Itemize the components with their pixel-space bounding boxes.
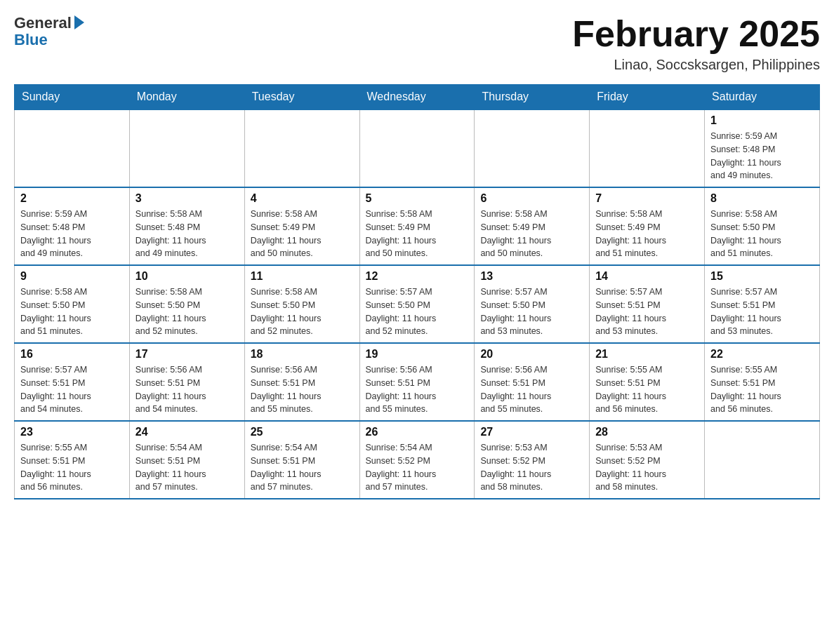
day-info: Sunrise: 5:58 AM Sunset: 5:50 PM Dayligh… [135,286,239,338]
day-number: 12 [366,270,469,283]
calendar-week-row: 9Sunrise: 5:58 AM Sunset: 5:50 PM Daylig… [15,265,820,343]
calendar-week-row: 23Sunrise: 5:55 AM Sunset: 5:51 PM Dayli… [15,421,820,499]
day-number: 13 [480,270,583,283]
logo-arrow-icon [74,15,84,29]
calendar-cell: 23Sunrise: 5:55 AM Sunset: 5:51 PM Dayli… [15,421,130,499]
day-info: Sunrise: 5:53 AM Sunset: 5:52 PM Dayligh… [480,441,583,494]
page-header: General Blue February 2025 Linao, Soccsk… [14,14,820,73]
calendar-cell: 12Sunrise: 5:57 AM Sunset: 5:50 PM Dayli… [359,265,475,343]
day-number: 20 [480,348,583,361]
day-number: 7 [595,192,699,205]
day-of-week-header: Sunday [15,85,130,110]
day-info: Sunrise: 5:57 AM Sunset: 5:51 PM Dayligh… [20,363,124,416]
day-number: 23 [20,426,124,438]
logo-blue-text: Blue [14,31,48,49]
calendar-cell [15,109,130,187]
day-info: Sunrise: 5:57 AM Sunset: 5:50 PM Dayligh… [480,286,583,338]
day-info: Sunrise: 5:59 AM Sunset: 5:48 PM Dayligh… [710,130,814,182]
day-number: 14 [595,270,699,283]
day-of-week-header: Thursday [475,85,590,110]
day-info: Sunrise: 5:57 AM Sunset: 5:51 PM Dayligh… [710,286,814,338]
calendar-cell: 8Sunrise: 5:58 AM Sunset: 5:50 PM Daylig… [705,187,820,265]
calendar-cell: 9Sunrise: 5:58 AM Sunset: 5:50 PM Daylig… [15,265,130,343]
calendar-cell [475,109,590,187]
day-number: 28 [595,426,699,438]
day-info: Sunrise: 5:57 AM Sunset: 5:51 PM Dayligh… [595,286,699,338]
calendar-week-row: 16Sunrise: 5:57 AM Sunset: 5:51 PM Dayli… [15,343,820,421]
day-number: 15 [710,270,814,283]
calendar-cell: 21Sunrise: 5:55 AM Sunset: 5:51 PM Dayli… [590,343,705,421]
day-info: Sunrise: 5:54 AM Sunset: 5:51 PM Dayligh… [251,441,354,494]
day-number: 24 [135,426,239,438]
calendar-header-row: SundayMondayTuesdayWednesdayThursdayFrid… [15,85,820,110]
day-number: 9 [20,270,124,283]
day-info: Sunrise: 5:58 AM Sunset: 5:49 PM Dayligh… [480,208,583,260]
calendar-cell: 4Sunrise: 5:58 AM Sunset: 5:49 PM Daylig… [244,187,359,265]
calendar-cell [129,109,244,187]
day-info: Sunrise: 5:59 AM Sunset: 5:48 PM Dayligh… [20,208,124,260]
logo: General Blue [14,14,84,49]
day-of-week-header: Wednesday [359,85,475,110]
day-of-week-header: Monday [129,85,244,110]
calendar-cell: 28Sunrise: 5:53 AM Sunset: 5:52 PM Dayli… [590,421,705,499]
day-number: 6 [480,192,583,205]
day-number: 10 [135,270,239,283]
title-block: February 2025 Linao, Soccsksargen, Phili… [572,14,820,73]
day-number: 25 [251,426,354,438]
day-number: 4 [251,192,354,205]
calendar-week-row: 2Sunrise: 5:59 AM Sunset: 5:48 PM Daylig… [15,187,820,265]
day-info: Sunrise: 5:58 AM Sunset: 5:49 PM Dayligh… [251,208,354,260]
day-info: Sunrise: 5:58 AM Sunset: 5:50 PM Dayligh… [20,286,124,338]
day-number: 19 [366,348,469,361]
calendar-cell [359,109,475,187]
day-info: Sunrise: 5:56 AM Sunset: 5:51 PM Dayligh… [251,363,354,416]
day-info: Sunrise: 5:58 AM Sunset: 5:48 PM Dayligh… [135,208,239,260]
day-number: 17 [135,348,239,361]
day-number: 5 [366,192,469,205]
calendar-cell: 17Sunrise: 5:56 AM Sunset: 5:51 PM Dayli… [129,343,244,421]
day-info: Sunrise: 5:54 AM Sunset: 5:51 PM Dayligh… [135,441,239,494]
day-number: 1 [710,114,814,127]
calendar-cell: 3Sunrise: 5:58 AM Sunset: 5:48 PM Daylig… [129,187,244,265]
day-number: 3 [135,192,239,205]
day-info: Sunrise: 5:54 AM Sunset: 5:52 PM Dayligh… [366,441,469,494]
calendar-cell: 22Sunrise: 5:55 AM Sunset: 5:51 PM Dayli… [705,343,820,421]
calendar-cell: 26Sunrise: 5:54 AM Sunset: 5:52 PM Dayli… [359,421,475,499]
calendar-cell: 19Sunrise: 5:56 AM Sunset: 5:51 PM Dayli… [359,343,475,421]
day-number: 2 [20,192,124,205]
day-number: 27 [480,426,583,438]
calendar-cell [590,109,705,187]
calendar-week-row: 1Sunrise: 5:59 AM Sunset: 5:48 PM Daylig… [15,109,820,187]
day-number: 26 [366,426,469,438]
day-info: Sunrise: 5:56 AM Sunset: 5:51 PM Dayligh… [135,363,239,416]
calendar-location: Linao, Soccsksargen, Philippines [572,57,820,73]
day-number: 8 [710,192,814,205]
calendar-title: February 2025 [572,14,820,54]
day-info: Sunrise: 5:55 AM Sunset: 5:51 PM Dayligh… [20,441,124,494]
day-info: Sunrise: 5:53 AM Sunset: 5:52 PM Dayligh… [595,441,699,494]
calendar-cell: 7Sunrise: 5:58 AM Sunset: 5:49 PM Daylig… [590,187,705,265]
day-number: 11 [251,270,354,283]
calendar-cell: 13Sunrise: 5:57 AM Sunset: 5:50 PM Dayli… [475,265,590,343]
calendar-cell: 27Sunrise: 5:53 AM Sunset: 5:52 PM Dayli… [475,421,590,499]
day-number: 18 [251,348,354,361]
calendar-cell: 24Sunrise: 5:54 AM Sunset: 5:51 PM Dayli… [129,421,244,499]
day-info: Sunrise: 5:55 AM Sunset: 5:51 PM Dayligh… [595,363,699,416]
day-number: 16 [20,348,124,361]
calendar-cell: 2Sunrise: 5:59 AM Sunset: 5:48 PM Daylig… [15,187,130,265]
calendar-cell: 25Sunrise: 5:54 AM Sunset: 5:51 PM Dayli… [244,421,359,499]
calendar-cell: 15Sunrise: 5:57 AM Sunset: 5:51 PM Dayli… [705,265,820,343]
calendar-cell: 11Sunrise: 5:58 AM Sunset: 5:50 PM Dayli… [244,265,359,343]
day-info: Sunrise: 5:57 AM Sunset: 5:50 PM Dayligh… [366,286,469,338]
logo-general-text: General [14,14,72,32]
day-info: Sunrise: 5:58 AM Sunset: 5:49 PM Dayligh… [366,208,469,260]
calendar-cell: 20Sunrise: 5:56 AM Sunset: 5:51 PM Dayli… [475,343,590,421]
day-info: Sunrise: 5:56 AM Sunset: 5:51 PM Dayligh… [480,363,583,416]
day-number: 21 [595,348,699,361]
day-info: Sunrise: 5:55 AM Sunset: 5:51 PM Dayligh… [710,363,814,416]
calendar-cell: 10Sunrise: 5:58 AM Sunset: 5:50 PM Dayli… [129,265,244,343]
calendar-cell: 5Sunrise: 5:58 AM Sunset: 5:49 PM Daylig… [359,187,475,265]
calendar-table: SundayMondayTuesdayWednesdayThursdayFrid… [14,84,820,499]
day-info: Sunrise: 5:58 AM Sunset: 5:50 PM Dayligh… [710,208,814,260]
calendar-cell: 6Sunrise: 5:58 AM Sunset: 5:49 PM Daylig… [475,187,590,265]
